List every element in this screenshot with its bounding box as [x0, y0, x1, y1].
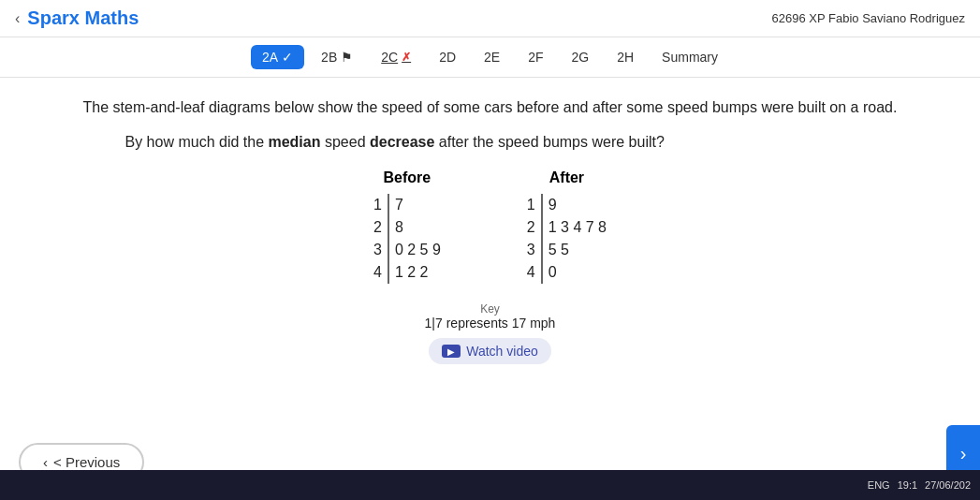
xp-info: 62696 XP Fabio Saviano Rodriguez: [772, 11, 965, 25]
header: ‹ Sparx Maths 62696 XP Fabio Saviano Rod…: [0, 0, 980, 37]
tab-2d[interactable]: 2D: [428, 45, 467, 69]
diagrams-container: Before 1 7 2 8 3 0 2 5 9: [368, 169, 612, 284]
before-stem-3: 3: [368, 239, 388, 261]
after-stem-3: 3: [521, 239, 541, 261]
before-stem-4: 4: [368, 261, 388, 284]
tab-summary[interactable]: Summary: [651, 45, 729, 69]
after-stem-1: 1: [521, 194, 541, 216]
tab-2d-label: 2D: [439, 50, 456, 65]
median-bold: median: [268, 134, 320, 150]
back-chevron-icon[interactable]: ‹: [15, 10, 20, 27]
table-row: 3 0 2 5 9: [368, 239, 446, 261]
decrease-bold: decrease: [370, 134, 434, 150]
taskbar: ENG 19:1 27/06/202: [0, 470, 980, 500]
table-row: 1 9: [521, 194, 612, 216]
logo: Sparx Maths: [27, 7, 139, 29]
key-label: Key: [425, 302, 556, 316]
tab-2c-label: 2C: [381, 50, 398, 65]
previous-chevron-icon: ‹: [43, 454, 48, 470]
table-row: 2 1 3 4 7 8: [521, 216, 612, 239]
tab-2g-label: 2G: [572, 50, 590, 65]
table-row: 4 0: [521, 261, 612, 284]
key-section: Key 1|7 represents 17 mph: [425, 302, 556, 331]
video-icon: ▶: [442, 345, 461, 358]
taskbar-time: 19:1: [898, 479, 917, 491]
next-chevron-icon: ›: [960, 443, 967, 464]
question-ask: By how much did the median speed decreas…: [125, 134, 856, 151]
after-diagram: After 1 9 2 1 3 4 7 8 3 5 5: [521, 169, 612, 284]
tab-2g[interactable]: 2G: [561, 45, 601, 69]
header-left: ‹ Sparx Maths: [15, 7, 139, 29]
tab-2f[interactable]: 2F: [517, 45, 554, 69]
table-row: 2 8: [368, 216, 446, 239]
tab-2e-label: 2E: [484, 50, 500, 65]
after-stem-4: 4: [521, 261, 541, 284]
tab-2a-check-icon: ✓: [282, 50, 293, 65]
after-leaves-4: 0: [541, 261, 612, 284]
previous-label: < Previous: [53, 454, 120, 470]
key-value: 1|7 represents 17 mph: [425, 316, 556, 331]
before-leaves-4: 1 2 2: [388, 261, 446, 284]
table-row: 4 1 2 2: [368, 261, 446, 284]
tab-2b-flag-icon: ⚑: [341, 50, 353, 65]
tab-2b-label: 2B: [321, 50, 337, 65]
table-row: 3 5 5: [521, 239, 612, 261]
tab-2a[interactable]: 2A ✓: [251, 45, 304, 69]
tab-2e[interactable]: 2E: [473, 45, 511, 69]
tab-2a-label: 2A: [262, 50, 278, 65]
after-leaves-3: 5 5: [541, 239, 612, 261]
tab-2h[interactable]: 2H: [606, 45, 645, 69]
tab-2b[interactable]: 2B ⚑: [310, 45, 364, 69]
before-leaves-3: 0 2 5 9: [388, 239, 446, 261]
question-intro: The stem-and-leaf diagrams below show th…: [83, 96, 898, 119]
watch-video-label: Watch video: [466, 344, 538, 359]
tab-2f-label: 2F: [528, 50, 543, 65]
table-row: 1 7: [368, 194, 446, 216]
before-stem-2: 2: [368, 216, 388, 239]
after-leaves-2: 1 3 4 7 8: [541, 216, 612, 239]
tab-summary-label: Summary: [662, 50, 718, 65]
before-diagram: Before 1 7 2 8 3 0 2 5 9: [368, 169, 446, 284]
taskbar-date: 27/06/202: [925, 479, 971, 491]
before-stem-1: 1: [368, 194, 388, 216]
nav-tabs: 2A ✓ 2B ⚑ 2C ✗ 2D 2E 2F 2G 2H Summary: [0, 37, 980, 78]
before-title: Before: [368, 169, 446, 186]
taskbar-right: ENG 19:1 27/06/202: [868, 479, 971, 491]
main-content: The stem-and-leaf diagrams below show th…: [0, 78, 980, 383]
before-table: 1 7 2 8 3 0 2 5 9 4 1 2 2: [368, 194, 446, 284]
watch-video-button[interactable]: ▶ Watch video: [429, 338, 551, 364]
taskbar-lang: ENG: [868, 479, 890, 491]
tab-2h-label: 2H: [617, 50, 634, 65]
before-leaves-1: 7: [388, 194, 446, 216]
before-leaves-2: 8: [388, 216, 446, 239]
tab-2c-x-icon: ✗: [402, 51, 411, 64]
after-stem-2: 2: [521, 216, 541, 239]
after-table: 1 9 2 1 3 4 7 8 3 5 5 4 0: [521, 194, 612, 284]
after-title: After: [521, 169, 612, 186]
after-leaves-1: 9: [541, 194, 612, 216]
tab-2c[interactable]: 2C ✗: [370, 45, 422, 69]
